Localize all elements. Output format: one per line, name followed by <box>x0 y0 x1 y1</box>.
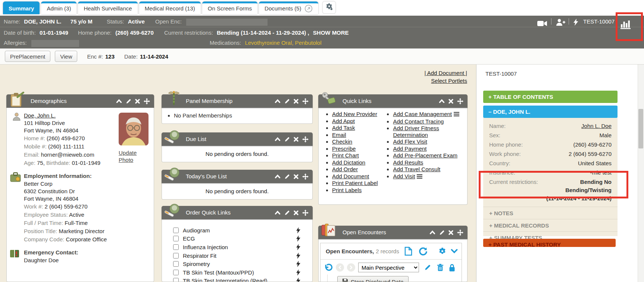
order-checkbox[interactable] <box>173 261 179 267</box>
collapse-icon[interactable] <box>429 230 435 235</box>
tab-summary[interactable]: Summary <box>3 1 40 14</box>
order-checkbox[interactable] <box>173 270 179 275</box>
move-icon[interactable] <box>302 173 309 180</box>
move-icon[interactable] <box>144 98 150 104</box>
update-photo-link[interactable]: Update Photo <box>119 149 149 163</box>
tab-medical-record[interactable]: Medical Record (13) <box>139 1 201 14</box>
preplacement-button[interactable]: PrePlacement <box>5 51 50 62</box>
order-checkbox[interactable] <box>173 228 179 233</box>
quick-order-lightning-icon[interactable] <box>296 261 300 267</box>
quick-link[interactable]: Add Contact Tracing <box>393 118 444 125</box>
refresh-icon[interactable] <box>418 247 427 256</box>
quick-order-lightning-icon[interactable] <box>296 244 300 250</box>
medications-links[interactable]: Levothyroxine Oral, Penbutolol <box>245 40 321 46</box>
patient-name-link[interactable]: Doe, John L. <box>24 112 56 119</box>
order-checkbox[interactable] <box>173 278 179 282</box>
edit-perspective-pencil-icon[interactable] <box>424 264 431 271</box>
popout-circle-arrow-icon[interactable] <box>304 4 313 16</box>
quick-order-lightning-icon[interactable] <box>296 235 300 242</box>
edit-pencil-icon[interactable] <box>439 230 445 235</box>
move-icon[interactable] <box>302 136 309 142</box>
edit-pencil-icon[interactable] <box>284 174 290 179</box>
patient-name-link[interactable]: John L. Doe <box>581 121 612 131</box>
quick-order-lightning-icon[interactable] <box>296 253 300 259</box>
close-icon[interactable] <box>448 99 453 104</box>
quick-order-lightning-icon[interactable] <box>296 278 300 282</box>
prev-page-icon[interactable] <box>336 263 344 272</box>
quick-link[interactable]: Add Order <box>332 166 358 172</box>
quick-link[interactable]: Add Pre-Placement Exam <box>393 152 457 159</box>
next-page-icon[interactable] <box>347 263 355 272</box>
quick-order-lightning-icon[interactable] <box>296 269 300 276</box>
toc-section-notes[interactable]: + NOTES <box>483 207 618 219</box>
close-icon[interactable] <box>294 137 298 142</box>
tab-documents[interactable]: Documents (5) <box>259 1 318 14</box>
quick-link[interactable]: Add Payment <box>393 145 426 152</box>
vertical-scrollbar[interactable] <box>638 48 644 282</box>
quick-link[interactable]: Add Visit <box>393 173 415 179</box>
list-view-icon[interactable] <box>454 111 459 118</box>
toc-section-header[interactable]: + TABLE OF CONTENTS <box>483 91 618 103</box>
view-button[interactable]: View <box>55 51 77 62</box>
tab-admin[interactable]: Admin (3) <box>41 1 76 14</box>
collapse-icon[interactable] <box>439 99 445 104</box>
tab-on-screen-forms[interactable]: On Screen Forms <box>202 1 257 14</box>
quick-order-lightning-icon[interactable] <box>296 227 300 234</box>
quick-link[interactable]: Print Patient Label <box>332 180 378 186</box>
quick-link[interactable]: Add Driver Fitness Determination <box>393 125 439 138</box>
select-portlets-link[interactable]: Select Portlets <box>424 77 467 85</box>
quick-link[interactable]: Add Travel Consult <box>393 166 440 172</box>
close-icon[interactable] <box>294 210 298 215</box>
collapse-icon[interactable] <box>275 137 281 142</box>
store-displayed-data-button[interactable]: Store Displayed Data <box>337 276 409 282</box>
new-document-icon[interactable] <box>404 247 412 256</box>
quick-link[interactable]: Add Case Management <box>393 111 452 117</box>
show-more-link[interactable]: SHOW MORE <box>313 29 349 36</box>
quick-link[interactable]: Add Flex Visit <box>393 138 427 145</box>
quick-link[interactable]: Add Dictation <box>332 159 365 166</box>
edit-pencil-icon[interactable] <box>284 210 290 216</box>
quick-link[interactable]: Print Chart <box>332 152 359 159</box>
edit-pencil-icon[interactable] <box>284 98 290 104</box>
quick-link[interactable]: Print Labels <box>332 187 362 193</box>
perspective-select[interactable]: Main Perspective <box>358 263 419 272</box>
quick-link[interactable]: Add New Provider <box>332 111 377 117</box>
quick-link[interactable]: Checkin <box>332 138 352 145</box>
chart-settings-button[interactable] <box>323 1 335 13</box>
move-icon[interactable] <box>302 98 309 104</box>
widget-settings-gear-icon[interactable] <box>438 247 446 255</box>
quick-link[interactable]: Prescribe <box>332 145 356 152</box>
collapse-icon[interactable] <box>275 174 281 179</box>
collapse-icon[interactable] <box>275 210 281 215</box>
move-icon[interactable] <box>457 229 463 236</box>
quick-link[interactable]: Email <box>332 132 346 138</box>
close-icon[interactable] <box>294 174 298 179</box>
delete-trash-icon[interactable] <box>437 264 444 272</box>
move-icon[interactable] <box>302 210 309 216</box>
edit-pencil-icon[interactable] <box>284 137 290 142</box>
quick-link[interactable]: Add Document <box>332 173 369 179</box>
collapse-chevron-down-icon[interactable] <box>451 249 458 254</box>
close-icon[interactable] <box>448 230 453 235</box>
order-checkbox[interactable] <box>173 236 179 241</box>
move-icon[interactable] <box>457 98 463 104</box>
tab-health-surveillance[interactable]: Health Surveillance <box>78 1 137 14</box>
patient-section-header[interactable]: – DOE, JOHN L. <box>483 106 618 118</box>
quick-link[interactable]: Add Results <box>393 159 423 166</box>
close-icon[interactable] <box>294 99 298 104</box>
scrollbar-thumb[interactable] <box>638 109 643 148</box>
edit-pencil-icon[interactable] <box>126 98 131 104</box>
toc-section-past-medical-history[interactable]: + PAST MEDICAL HISTORY <box>483 239 616 247</box>
order-checkbox[interactable] <box>173 244 179 250</box>
toc-section-medical-records[interactable]: + MEDICAL RECORDS <box>483 219 618 231</box>
collapse-icon[interactable] <box>116 99 122 104</box>
collapse-icon[interactable] <box>275 99 281 104</box>
quick-link[interactable]: Add Task <box>332 125 355 131</box>
add-document-link[interactable]: | Add Document | <box>424 69 467 77</box>
quick-link[interactable]: Add Appt <box>332 118 355 124</box>
list-view-icon[interactable] <box>417 173 422 180</box>
lock-icon[interactable] <box>449 264 455 272</box>
close-icon[interactable] <box>135 99 140 104</box>
undo-icon[interactable] <box>324 264 333 272</box>
order-checkbox[interactable] <box>173 253 179 258</box>
